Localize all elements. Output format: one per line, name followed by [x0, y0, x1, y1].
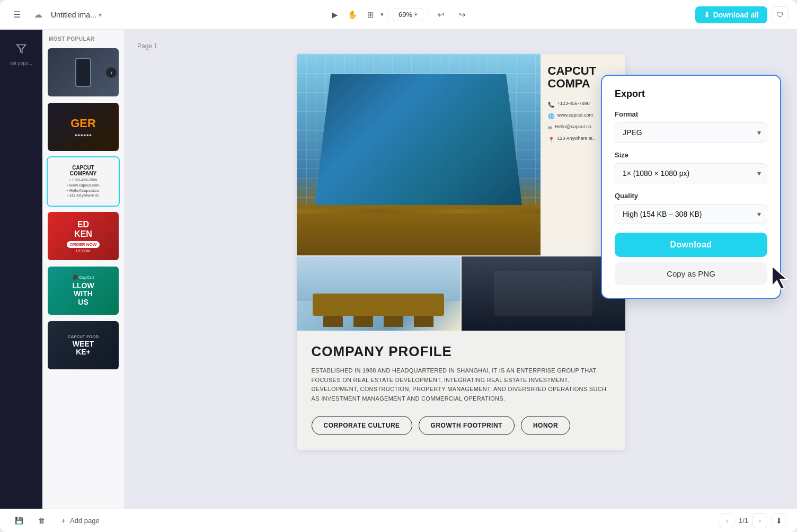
save-icon: 💾: [15, 517, 23, 525]
sidebar-toggle-btn[interactable]: ☰: [8, 6, 25, 23]
size-label: Size: [615, 151, 767, 159]
quality-select-wrapper: High (154 KB – 308 KB) Medium Low ▾: [615, 204, 767, 224]
canvas-content: CAPCUT COMPA 📞 +123-456-7890 🌐 www.capcu…: [297, 54, 625, 450]
nav-buttons: CORPORATE CULTURE GROWTH FOOTPRINT HONOR: [312, 416, 610, 435]
add-page-btn[interactable]: ＋ Add page: [56, 513, 104, 529]
svg-marker-1: [772, 266, 787, 289]
canvas-top-section: CAPCUT COMPA 📞 +123-456-7890 🌐 www.capcu…: [297, 54, 625, 255]
profile-title: COMPANY PROFILE: [312, 343, 610, 360]
template-item-burger[interactable]: GER ●●●●●●: [47, 102, 120, 152]
redo-btn[interactable]: ↪: [454, 6, 471, 23]
conference-table: [313, 294, 444, 316]
canvas-page: CAPCUT COMPA 📞 +123-456-7890 🌐 www.capcu…: [297, 54, 625, 450]
quality-select[interactable]: High (154 KB – 308 KB) Medium Low: [615, 204, 767, 224]
canvas-area[interactable]: Page 1: [125, 30, 797, 509]
hand-tool-btn[interactable]: ✋: [344, 6, 361, 23]
cloud-save-icon: ☁: [30, 6, 47, 23]
phone-icon: 📞: [548, 101, 554, 108]
trash-btn[interactable]: 🗑: [34, 513, 49, 528]
dark-thumb-text: CAPCUT FOOD WEETKE+: [68, 334, 99, 357]
email-icon: ✉: [548, 125, 552, 131]
trash-icon: 🗑: [38, 517, 45, 525]
growth-footprint-btn[interactable]: GROWTH FOOTPRINT: [419, 416, 515, 435]
tool-group-select: ▶ ✋ ⊞ ▾: [326, 6, 384, 23]
document-title: Untitled ima...: [51, 11, 96, 19]
toolbar-divider-1: [388, 10, 388, 20]
page-count: 1/1: [739, 517, 748, 525]
bottom-bar: 💾 🗑 ＋ Add page ‹ 1/1 › ⬇: [0, 509, 797, 532]
undo-btn[interactable]: ↩: [432, 6, 449, 23]
next-page-btn[interactable]: ›: [752, 513, 767, 528]
topbar-center: ▶ ✋ ⊞ ▾ 69% ▾ ↩ ↪: [326, 6, 471, 23]
title-area[interactable]: Untitled ima... ▾: [51, 11, 102, 19]
chair-3: [384, 316, 403, 327]
shield-button[interactable]: 🛡: [772, 6, 789, 23]
frame-tool-btn[interactable]: ⊞: [362, 6, 379, 23]
corporate-culture-btn[interactable]: CORPORATE CULTURE: [312, 416, 412, 435]
template-item-red[interactable]: EDKEN ORDER NOW UT.COM: [47, 211, 120, 261]
download-all-label: Download all: [713, 11, 759, 19]
topbar-right: ⬇ Download all 🛡: [695, 6, 789, 23]
red-thumb-text: EDKEN ORDER NOW UT.COM: [67, 220, 100, 253]
download-all-button[interactable]: ⬇ Download all: [695, 6, 767, 23]
photo-conference: [297, 256, 461, 331]
download-all-icon: ⬇: [704, 11, 710, 19]
toolbar-divider-2: [428, 10, 428, 20]
canvas-building-image: [297, 54, 541, 255]
canvas-photos-row: [297, 256, 625, 331]
zoom-chevron-icon: ▾: [414, 11, 418, 18]
capcut-thumb-text: CAPCUTCOMPANY ▪ +123-456-7890▪ www.capcu…: [67, 165, 99, 198]
title-chevron-icon: ▾: [99, 11, 102, 19]
template-item-phone[interactable]: ›: [47, 47, 120, 97]
topbar: ☰ ☁ Untitled ima... ▾ ▶ ✋ ⊞ ▾ 69% ▾: [0, 0, 797, 30]
chair-4: [414, 316, 433, 327]
bottom-bar-right: ‹ 1/1 › ⬇: [720, 513, 786, 528]
chair-1: [323, 316, 342, 327]
canvas-bottom: COMPANY PROFILE ESTABLISHED IN 1988 AND …: [297, 331, 625, 450]
export-title: Export: [615, 88, 767, 100]
chair-2: [353, 316, 373, 327]
template-item-capcut[interactable]: CAPCUTCOMPANY ▪ +123-456-7890▪ www.capcu…: [47, 156, 120, 207]
template-panel-label: Most popular: [47, 34, 120, 43]
zoom-control[interactable]: 69% ▾: [393, 8, 423, 21]
sidebar-filter-btn[interactable]: [8, 36, 34, 61]
location-icon: 📍: [548, 136, 554, 143]
burger-text: GER ●●●●●●: [70, 117, 96, 138]
add-page-icon: ＋: [60, 516, 67, 526]
save-icon-btn[interactable]: 💾: [11, 513, 28, 528]
bottom-download-btn[interactable]: ⬇: [772, 513, 786, 528]
globe-icon: 🌐: [548, 113, 554, 120]
export-panel: Export Format JPEG PNG PDF SVG ▾ Size 1×…: [601, 75, 781, 299]
template-arrow-icon: ›: [106, 67, 117, 78]
template-item-teal[interactable]: ⬛ CapCut LLOWWITHUS: [47, 265, 120, 316]
dark-photo-element: [494, 271, 592, 316]
size-select-wrapper: 1× (1080 × 1080 px) 2× (2160 × 2160 px) …: [615, 163, 767, 183]
format-select-wrapper: JPEG PNG PDF SVG ▾: [615, 122, 767, 143]
template-panel: Most popular › GER ●●●●●●: [42, 30, 125, 509]
conference-chairs: [309, 316, 447, 327]
download-button[interactable]: Download: [615, 233, 767, 257]
copy-png-button[interactable]: Copy as PNG: [615, 262, 767, 285]
format-select[interactable]: JPEG PNG PDF SVG: [615, 122, 767, 143]
profile-description: ESTABLISHED IN 1988 AND HEADQUARTERED IN…: [312, 366, 610, 403]
quality-label: Quality: [615, 192, 767, 200]
phone-shape: [75, 58, 91, 87]
pagination: ‹ 1/1 ›: [720, 513, 767, 528]
template-item-dark[interactable]: CAPCUT FOOD WEETKE+: [47, 320, 120, 370]
svg-marker-0: [17, 45, 26, 53]
zoom-value: 69%: [398, 11, 412, 19]
sidebar-popular-label: ost popu...: [10, 60, 32, 66]
prev-page-btn[interactable]: ‹: [720, 513, 734, 528]
wood-texture: [297, 209, 541, 214]
format-label: Format: [615, 110, 767, 118]
page-label: Page 1: [137, 42, 784, 50]
left-sidebar: ost popu...: [0, 30, 42, 509]
size-select[interactable]: 1× (1080 × 1080 px) 2× (2160 × 2160 px): [615, 163, 767, 183]
frame-dropdown-arrow: ▾: [380, 11, 384, 18]
content-area: ost popu... Most popular › GER ●●●●●●: [0, 30, 797, 509]
honor-btn[interactable]: HONOR: [521, 416, 570, 435]
add-page-label: Add page: [70, 517, 100, 525]
teal-thumb-text: ⬛ CapCut LLOWWITHUS: [72, 275, 94, 306]
select-tool-btn[interactable]: ▶: [326, 6, 343, 23]
topbar-left: ☰ ☁ Untitled ima... ▾: [8, 6, 102, 23]
